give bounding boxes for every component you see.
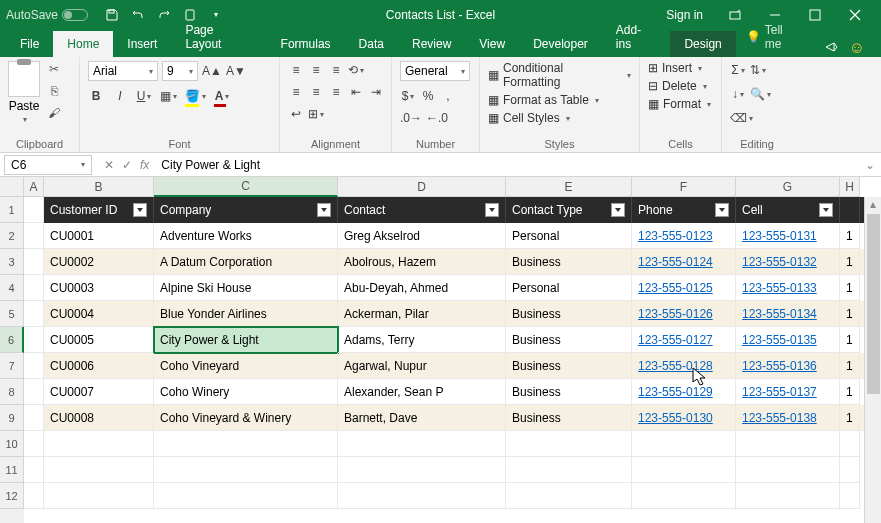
find-select-icon[interactable]: 🔍▾: [750, 85, 771, 103]
row-header-3[interactable]: 3: [0, 249, 24, 275]
tab-formulas[interactable]: Formulas: [267, 31, 345, 57]
table-cell[interactable]: Business: [506, 405, 632, 431]
cancel-formula-icon[interactable]: ✕: [104, 158, 114, 172]
empty-cell[interactable]: [338, 483, 506, 509]
insert-cells-button[interactable]: ⊞Insert▾: [648, 61, 713, 75]
close-icon[interactable]: [835, 0, 875, 29]
table-cell[interactable]: 1: [840, 249, 860, 275]
percent-format-icon[interactable]: %: [420, 87, 436, 105]
filter-dropdown-icon[interactable]: [133, 203, 147, 217]
phone-link[interactable]: 123-555-0136: [742, 359, 817, 373]
align-right-icon[interactable]: ≡: [328, 83, 344, 101]
paste-button[interactable]: Paste ▾: [8, 61, 40, 124]
align-top-icon[interactable]: ≡: [288, 61, 304, 79]
empty-cell[interactable]: [840, 483, 860, 509]
row-header-8[interactable]: 8: [0, 379, 24, 405]
table-cell[interactable]: 123-555-0129: [632, 379, 736, 405]
table-cell[interactable]: Abolrous, Hazem: [338, 249, 506, 275]
underline-button[interactable]: U▾: [136, 87, 152, 105]
font-size-select[interactable]: 9▾: [162, 61, 198, 81]
italic-button[interactable]: I: [112, 87, 128, 105]
table-cell[interactable]: Business: [506, 379, 632, 405]
column-header-G[interactable]: G: [736, 177, 840, 197]
table-cell[interactable]: Business: [506, 301, 632, 327]
empty-cell[interactable]: [506, 431, 632, 457]
table-cell[interactable]: Abu-Deyah, Ahmed: [338, 275, 506, 301]
table-cell[interactable]: CU0003: [44, 275, 154, 301]
tab-insert[interactable]: Insert: [113, 31, 171, 57]
table-cell[interactable]: Business: [506, 353, 632, 379]
table-cell[interactable]: Blue Yonder Airlines: [154, 301, 338, 327]
table-cell[interactable]: 123-555-0128: [632, 353, 736, 379]
cut-icon[interactable]: ✂: [46, 61, 62, 77]
tab-page-layout[interactable]: Page Layout: [171, 17, 266, 57]
empty-cell[interactable]: [154, 483, 338, 509]
font-name-select[interactable]: Arial▾: [88, 61, 158, 81]
filter-dropdown-icon[interactable]: [611, 203, 625, 217]
align-center-icon[interactable]: ≡: [308, 83, 324, 101]
empty-cell[interactable]: [736, 483, 840, 509]
table-cell[interactable]: Greg Akselrod: [338, 223, 506, 249]
align-middle-icon[interactable]: ≡: [308, 61, 324, 79]
table-cell[interactable]: 123-555-0137: [736, 379, 840, 405]
orientation-icon[interactable]: ⟲▾: [348, 61, 364, 79]
empty-cell[interactable]: [632, 457, 736, 483]
save-icon[interactable]: [104, 7, 120, 23]
table-cell[interactable]: Coho Vineyard & Winery: [154, 405, 338, 431]
delete-cells-button[interactable]: ⊟Delete▾: [648, 79, 713, 93]
table-cell[interactable]: 1: [840, 301, 860, 327]
conditional-formatting-button[interactable]: ▦Conditional Formatting▾: [488, 61, 631, 89]
table-cell[interactable]: Agarwal, Nupur: [338, 353, 506, 379]
table-cell[interactable]: 1: [840, 223, 860, 249]
empty-cell[interactable]: [154, 457, 338, 483]
empty-cell[interactable]: [840, 457, 860, 483]
table-cell[interactable]: Business: [506, 249, 632, 275]
fx-icon[interactable]: fx: [140, 158, 149, 172]
formula-input[interactable]: [157, 155, 847, 175]
table-cell[interactable]: 1: [840, 327, 860, 353]
empty-cell[interactable]: [338, 457, 506, 483]
name-box[interactable]: C6▾: [4, 155, 92, 175]
empty-cell[interactable]: [632, 431, 736, 457]
table-cell[interactable]: 123-555-0123: [632, 223, 736, 249]
row-header-7[interactable]: 7: [0, 353, 24, 379]
table-cell[interactable]: Ackerman, Pilar: [338, 301, 506, 327]
phone-link[interactable]: 123-555-0126: [638, 307, 713, 321]
empty-cell[interactable]: [154, 431, 338, 457]
undo-icon[interactable]: [130, 7, 146, 23]
increase-decimal-icon[interactable]: .0→: [400, 109, 422, 127]
table-cell[interactable]: Personal: [506, 275, 632, 301]
column-header-D[interactable]: D: [338, 177, 506, 197]
table-cell[interactable]: 123-555-0136: [736, 353, 840, 379]
empty-cell[interactable]: [736, 431, 840, 457]
phone-link[interactable]: 123-555-0134: [742, 307, 817, 321]
table-cell[interactable]: Coho Vineyard: [154, 353, 338, 379]
table-header-cell[interactable]: Company: [154, 197, 338, 223]
table-cell[interactable]: 123-555-0130: [632, 405, 736, 431]
table-cell[interactable]: 1: [840, 353, 860, 379]
table-header-cell[interactable]: Phone: [632, 197, 736, 223]
phone-link[interactable]: 123-555-0135: [742, 333, 817, 347]
sort-filter-icon[interactable]: ⇅▾: [750, 61, 766, 79]
expand-formula-bar-icon[interactable]: ⌄: [865, 158, 881, 172]
filter-dropdown-icon[interactable]: [819, 203, 833, 217]
align-left-icon[interactable]: ≡: [288, 83, 304, 101]
empty-cell[interactable]: [24, 483, 44, 509]
tab-data[interactable]: Data: [345, 31, 398, 57]
row-header-4[interactable]: 4: [0, 275, 24, 301]
autosave-toggle[interactable]: AutoSave: [6, 8, 88, 22]
table-cell[interactable]: Adventure Works: [154, 223, 338, 249]
tab-design[interactable]: Design: [670, 31, 735, 57]
table-cell[interactable]: 123-555-0127: [632, 327, 736, 353]
decrease-decimal-icon[interactable]: ←.0: [426, 109, 448, 127]
phone-link[interactable]: 123-555-0129: [638, 385, 713, 399]
phone-link[interactable]: 123-555-0137: [742, 385, 817, 399]
empty-cell[interactable]: [506, 483, 632, 509]
share-icon[interactable]: [823, 39, 839, 57]
row-header-1[interactable]: 1: [0, 197, 24, 223]
phone-link[interactable]: 123-555-0128: [638, 359, 713, 373]
table-cell[interactable]: 123-555-0135: [736, 327, 840, 353]
column-header-E[interactable]: E: [506, 177, 632, 197]
empty-cell[interactable]: [632, 483, 736, 509]
empty-cell[interactable]: [24, 457, 44, 483]
